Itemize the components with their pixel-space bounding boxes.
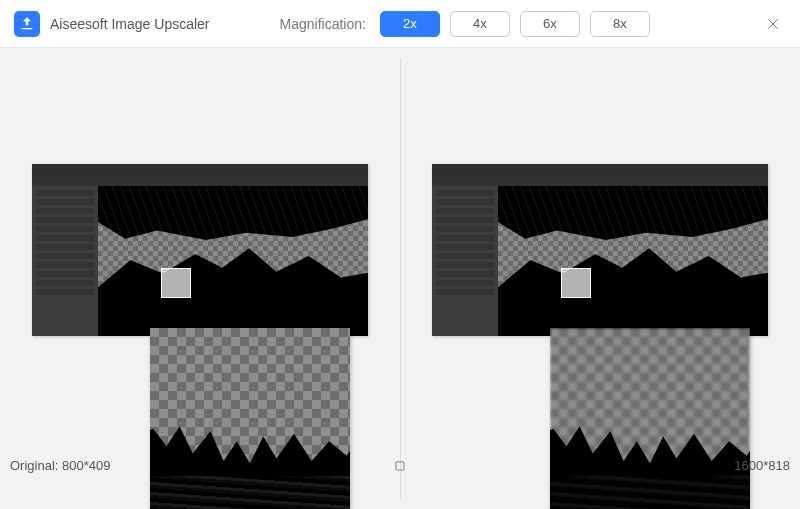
magnification-option-4x[interactable]: 4x: [450, 11, 510, 37]
thumbnail-sidebar: [432, 186, 498, 336]
svg-rect-0: [396, 462, 404, 470]
magnification-group: 2x 4x 6x 8x: [380, 11, 650, 37]
thumbnail-titlebar: [432, 164, 768, 176]
thumbnail-titlebar: [32, 164, 368, 176]
close-icon: [765, 16, 781, 32]
thumbnail-canvas: [98, 186, 368, 336]
thumbnail-sidebar: [32, 186, 98, 336]
thumbnail-menubar: [432, 176, 768, 186]
upscaled-zoom-preview[interactable]: [550, 328, 750, 509]
original-panel: Original: 800*409: [0, 48, 400, 509]
magnification-option-2x[interactable]: 2x: [380, 11, 440, 37]
thumbnail-canvas: [498, 186, 768, 336]
magnification-option-6x[interactable]: 6x: [520, 11, 580, 37]
upscaled-thumbnail[interactable]: [432, 164, 768, 336]
zoom-selection-box[interactable]: [162, 269, 190, 297]
magnification-option-8x[interactable]: 8x: [590, 11, 650, 37]
original-zoom-preview[interactable]: [150, 328, 350, 509]
app-title: Aiseesoft Image Upscaler: [50, 16, 210, 32]
compare-viewport: Original: 800*409: [0, 48, 800, 509]
close-button[interactable]: [760, 11, 786, 37]
original-size-label: Original: 800*409: [10, 458, 110, 473]
app-logo: [14, 11, 40, 37]
upscale-arrow-icon: [19, 16, 35, 32]
header-bar: Aiseesoft Image Upscaler Magnification: …: [0, 0, 800, 48]
expand-button[interactable]: [391, 457, 409, 475]
magnification-label: Magnification:: [280, 16, 366, 32]
zoom-selection-box[interactable]: [562, 269, 590, 297]
original-thumbnail[interactable]: [32, 164, 368, 336]
expand-icon: [393, 459, 407, 473]
thumbnail-menubar: [32, 176, 368, 186]
upscaled-size-label: 1600*818: [734, 458, 790, 473]
upscaled-panel: 1600*818: [400, 48, 800, 509]
